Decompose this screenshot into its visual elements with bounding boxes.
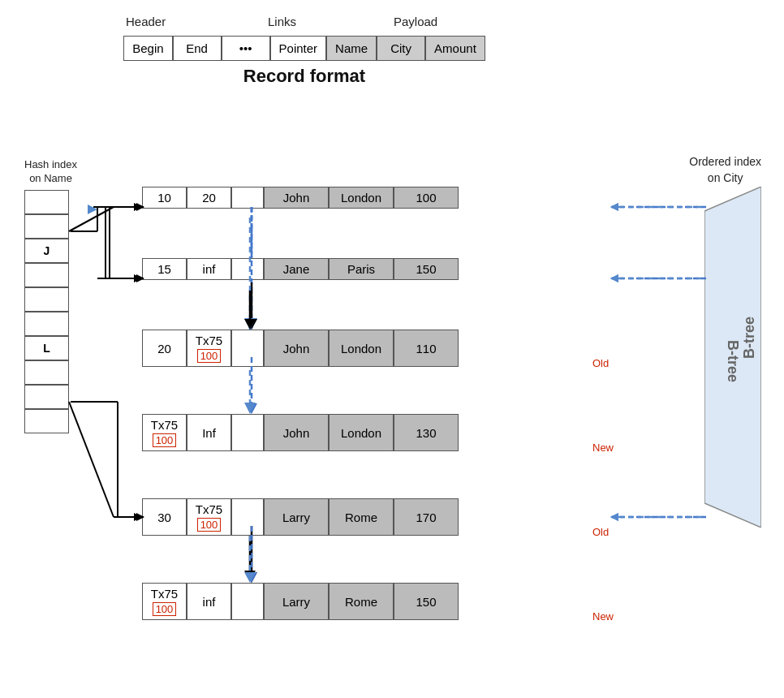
rec3-pointer xyxy=(231,330,264,367)
svg-marker-53 xyxy=(244,571,256,581)
payload-label: Payload xyxy=(394,15,437,28)
rec2-pointer xyxy=(231,258,264,280)
svg-marker-49 xyxy=(244,319,256,330)
rec6-amount: 150 xyxy=(394,583,459,620)
rec5-begin: 30 xyxy=(142,498,187,536)
rec6-end: inf xyxy=(187,583,231,620)
svg-marker-16 xyxy=(246,403,257,414)
rec2-end: inf xyxy=(187,258,231,280)
header-label: Header xyxy=(126,15,166,28)
rec2-amount: 150 xyxy=(394,258,459,280)
record-4: Tx75 100 Inf John London 130 xyxy=(142,414,459,451)
rec6-name: Larry xyxy=(264,583,329,620)
svg-marker-57 xyxy=(610,203,618,211)
rf-cell-name: Name xyxy=(326,36,377,61)
rec1-begin: 10 xyxy=(142,187,187,209)
svg-text:B-tree: B-tree xyxy=(725,340,741,382)
rec5-end: Tx75 100 xyxy=(187,498,231,536)
svg-marker-7 xyxy=(134,274,142,282)
hash-box-4 xyxy=(24,287,69,312)
rec5-name: Larry xyxy=(264,498,329,536)
rec4-new-label: New xyxy=(592,442,614,454)
rec3-name: John xyxy=(264,330,329,367)
rec1-amount: 100 xyxy=(394,187,459,209)
hash-box-l: L xyxy=(24,336,69,360)
links-label: Links xyxy=(268,15,296,28)
rf-cell-begin: Begin xyxy=(123,36,172,61)
svg-marker-62 xyxy=(88,205,97,214)
rec3-begin: 20 xyxy=(142,330,187,367)
rf-cell-amount: Amount xyxy=(425,36,485,61)
ordered-index-label: Ordered indexon City xyxy=(689,154,761,186)
rec2-begin: 15 xyxy=(142,258,187,280)
svg-marker-47 xyxy=(244,318,256,330)
rec4-name: John xyxy=(264,414,329,451)
record-format-boxes: Begin End ••• Pointer Name City Amount xyxy=(123,36,485,61)
rf-cell-pointer: Pointer xyxy=(270,36,327,61)
rec6-begin: Tx75 100 xyxy=(142,583,187,620)
rec4-city: London xyxy=(329,414,394,451)
rec4-end: Inf xyxy=(187,414,231,451)
svg-marker-51 xyxy=(244,403,256,414)
record-6: Tx75 100 inf Larry Rome 150 xyxy=(142,583,459,620)
rf-cell-city: City xyxy=(377,36,425,61)
rec6-new-label: New xyxy=(592,610,614,623)
svg-marker-18 xyxy=(246,572,257,583)
record-format-section: Header Links Payload Begin End ••• Point… xyxy=(106,15,503,87)
rec5-city: Rome xyxy=(329,498,394,536)
svg-marker-23 xyxy=(134,513,142,521)
rec4-begin: Tx75 100 xyxy=(142,414,187,451)
btree-label: B-tree xyxy=(741,317,758,359)
rec5-amount: 170 xyxy=(394,498,459,536)
hash-box-9 xyxy=(24,409,69,433)
hash-box-1 xyxy=(24,214,69,239)
rec5-old-label: Old xyxy=(592,526,609,538)
rec1-end: 20 xyxy=(187,187,231,209)
record-format-title: Record format xyxy=(243,66,365,87)
svg-marker-4 xyxy=(134,203,142,211)
rec4-amount: 130 xyxy=(394,414,459,451)
svg-marker-61 xyxy=(610,513,618,521)
svg-marker-59 xyxy=(610,274,618,282)
rec1-name: John xyxy=(264,187,329,209)
hash-index: Hash indexon Name J L xyxy=(24,158,77,433)
svg-marker-29 xyxy=(610,513,618,521)
rec3-old-label: Old xyxy=(592,357,609,369)
hash-box-0 xyxy=(24,190,69,214)
rec3-end: Tx75 100 xyxy=(187,330,231,367)
rec2-city: Paris xyxy=(329,258,394,280)
rec1-pointer xyxy=(231,187,264,209)
rf-cell-end: End xyxy=(173,36,222,61)
svg-marker-27 xyxy=(610,274,618,282)
hash-box-5 xyxy=(24,312,69,336)
record-5: 30 Tx75 100 Larry Rome 170 xyxy=(142,498,459,536)
record-2: 15 inf Jane Paris 150 xyxy=(142,258,459,280)
diagram: Header Links Payload Begin End ••• Point… xyxy=(0,0,784,698)
hash-index-label: Hash indexon Name xyxy=(24,158,77,186)
svg-marker-25 xyxy=(610,203,618,211)
record-1: 10 20 John London 100 xyxy=(142,187,459,209)
svg-marker-14 xyxy=(246,319,257,330)
record-3: 20 Tx75 100 John London 110 xyxy=(142,330,459,367)
rec3-amount: 110 xyxy=(394,330,459,367)
svg-marker-20 xyxy=(246,572,257,583)
rec5-pointer xyxy=(231,498,264,536)
hash-box-j: J xyxy=(24,239,69,263)
rec3-city: London xyxy=(329,330,394,367)
rec4-pointer xyxy=(231,414,264,451)
rec1-city: London xyxy=(329,187,394,209)
svg-marker-55 xyxy=(244,572,256,583)
hash-box-7 xyxy=(24,360,69,385)
rf-cell-dots: ••• xyxy=(222,36,270,61)
hash-box-3 xyxy=(24,263,69,287)
rec6-city: Rome xyxy=(329,583,394,620)
rec6-pointer xyxy=(231,583,264,620)
hash-box-8 xyxy=(24,385,69,409)
svg-marker-12 xyxy=(246,318,257,330)
rec2-name: Jane xyxy=(264,258,329,280)
